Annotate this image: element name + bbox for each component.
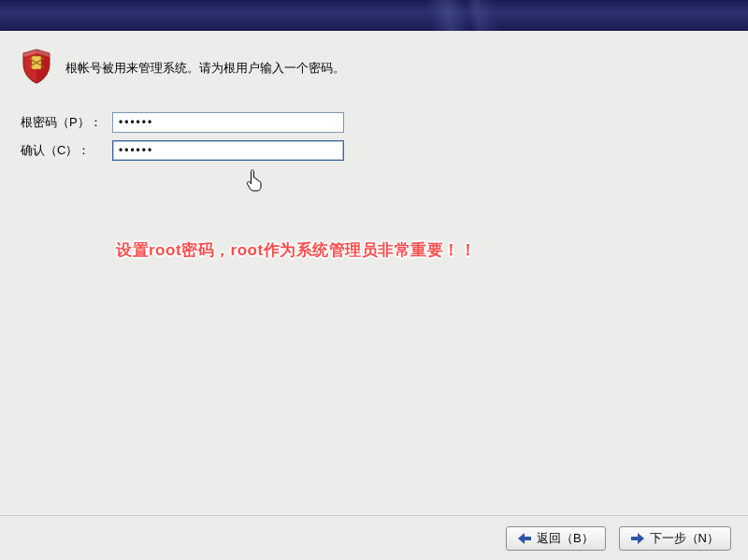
- shield-icon: [21, 48, 52, 88]
- back-button-label: 返回（B）: [537, 530, 594, 547]
- footer-bar: 返回（B） 下一步（N）: [0, 515, 748, 560]
- intro-text: 根帐号被用来管理系统。请为根用户输入一个密码。: [65, 60, 345, 77]
- back-button[interactable]: 返回（B）: [506, 526, 606, 551]
- arrow-left-icon: [518, 533, 531, 544]
- confirm-password-input[interactable]: [112, 140, 344, 161]
- confirm-row: 确认（C）：: [21, 140, 727, 161]
- arrow-right-icon: [631, 533, 644, 544]
- password-label: 根密码（P）：: [21, 114, 112, 131]
- confirm-label: 确认（C）：: [21, 142, 112, 159]
- intro-row: 根帐号被用来管理系统。请为根用户输入一个密码。: [21, 48, 727, 88]
- next-button[interactable]: 下一步（N）: [619, 526, 731, 551]
- pointer-cursor-icon: [245, 168, 266, 195]
- root-password-input[interactable]: [112, 112, 344, 133]
- main-content: 根帐号被用来管理系统。请为根用户输入一个密码。 根密码（P）： 确认（C）：: [0, 31, 748, 161]
- installer-header-bar: [0, 0, 748, 31]
- annotation-text: 设置root密码，root作为系统管理员非常重要！！: [116, 239, 476, 261]
- next-button-label: 下一步（N）: [650, 530, 719, 547]
- password-row: 根密码（P）：: [21, 112, 727, 133]
